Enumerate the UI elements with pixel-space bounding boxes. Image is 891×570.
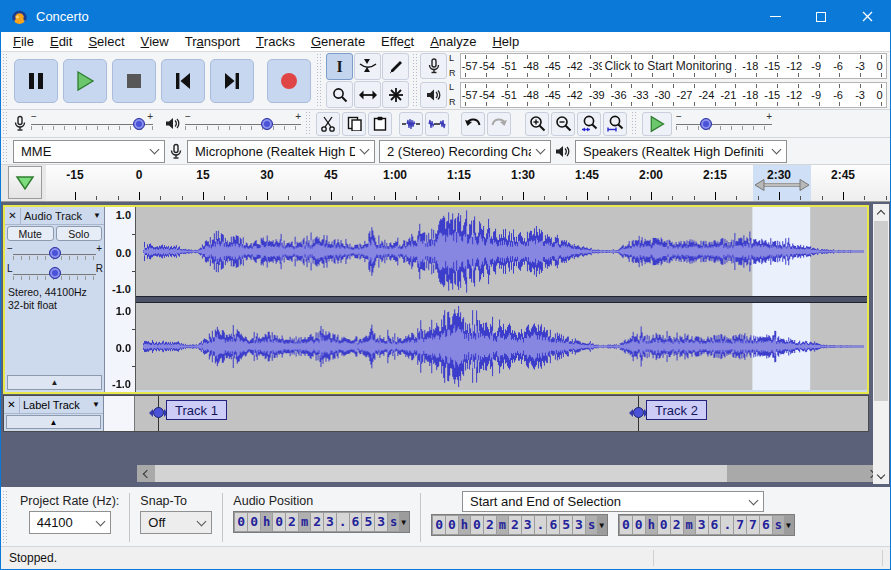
- monitoring-hint[interactable]: Click to Start Monitoring: [601, 59, 734, 73]
- playback-meter-speaker-icon[interactable]: [420, 82, 447, 108]
- scroll-down-arrow[interactable]: [873, 468, 889, 484]
- label-text[interactable]: Track 1: [166, 400, 227, 420]
- playback-volume-slider[interactable]: −+: [185, 115, 301, 133]
- pan-slider[interactable]: L R: [13, 265, 96, 282]
- selection-tool-button[interactable]: I: [326, 53, 353, 80]
- mute-button[interactable]: Mute: [7, 226, 54, 241]
- device-toolbar-grip[interactable]: [2, 140, 9, 162]
- play-at-speed-button[interactable]: [642, 112, 672, 136]
- gain-slider-thumb[interactable]: [49, 247, 61, 259]
- silence-audio-button[interactable]: [425, 112, 449, 136]
- record-meter-mic-icon[interactable]: [420, 53, 447, 79]
- mixer-toolbar-grip[interactable]: [2, 112, 9, 135]
- playback-device-select[interactable]: Speakers (Realtek High Definiti: [575, 140, 787, 163]
- horizontal-scrollbar[interactable]: [137, 465, 881, 482]
- menu-tracks[interactable]: Tracks: [248, 32, 303, 51]
- audio-position-field[interactable]: 00h02m23.653s▼: [233, 511, 410, 533]
- scroll-left-arrow[interactable]: [137, 465, 154, 482]
- recording-device-select[interactable]: Microphone (Realtek High Defini: [187, 140, 375, 163]
- tools-toolbar-grip[interactable]: [316, 54, 323, 107]
- playback-speed-slider[interactable]: −+: [676, 115, 772, 133]
- playback-meter[interactable]: LR -57-54-51-48-45-42-39-36-33-30-27-24-…: [420, 82, 887, 109]
- transport-toolbar-grip[interactable]: [2, 54, 9, 107]
- pause-button[interactable]: [14, 59, 58, 103]
- meter-toolbar-grip[interactable]: [412, 54, 419, 107]
- timeline-ruler[interactable]: -1501530451:001:151:301:452:002:152:302:…: [46, 165, 890, 201]
- draw-tool-button[interactable]: [382, 53, 409, 80]
- cut-button[interactable]: [316, 112, 340, 136]
- skip-to-start-button[interactable]: [161, 59, 205, 103]
- copy-button[interactable]: [342, 112, 366, 136]
- label-track-close-icon[interactable]: ✕: [4, 397, 20, 413]
- label-track-collapse-button[interactable]: ▲: [6, 415, 101, 429]
- audio-track-menu[interactable]: Audio Track▼: [21, 210, 104, 222]
- record-button[interactable]: [267, 59, 311, 103]
- selection-toolbar-grip[interactable]: [2, 491, 9, 544]
- recording-volume-slider[interactable]: −+: [31, 115, 153, 133]
- gain-slider[interactable]: − +: [13, 245, 96, 262]
- selection-end-field[interactable]: 00h02m36.776s▼: [618, 514, 795, 536]
- stop-button[interactable]: [112, 59, 156, 103]
- horizontal-scrollbar-thumb[interactable]: [155, 465, 727, 482]
- edit-toolbar-grip[interactable]: [305, 112, 312, 135]
- menu-generate[interactable]: Generate: [303, 32, 373, 51]
- label-text[interactable]: Track 2: [646, 400, 707, 420]
- multi-tool-button[interactable]: [382, 81, 409, 108]
- zoom-out-button[interactable]: [551, 112, 575, 136]
- menu-help[interactable]: Help: [484, 32, 527, 51]
- redo-button[interactable]: [487, 112, 511, 136]
- vertical-ruler[interactable]: 1.0 0.0 -1.0 1.0 0.0 -1.0: [105, 207, 136, 392]
- audio-track[interactable]: ✕ Audio Track▼ Mute Solo − +: [3, 205, 869, 394]
- label-track[interactable]: ✕ Label Track▼ ▲ Track 1 Track 2: [3, 395, 869, 432]
- maximize-button[interactable]: [798, 1, 844, 32]
- recording-channels-select[interactable]: 2 (Stereo) Recording Channels: [379, 140, 551, 163]
- menu-view[interactable]: View: [133, 32, 177, 51]
- close-button[interactable]: [844, 1, 890, 32]
- waveform-channel-left[interactable]: [136, 207, 867, 296]
- menu-analyze[interactable]: Analyze: [422, 32, 484, 51]
- play-button[interactable]: [63, 59, 107, 103]
- vertical-scrollbar-thumb[interactable]: [874, 221, 888, 401]
- menu-edit[interactable]: Edit: [42, 32, 80, 51]
- zoom-tool-button[interactable]: [326, 81, 353, 108]
- recording-volume-slider-thumb[interactable]: [133, 118, 145, 130]
- recording-meter[interactable]: LR -57-54-51-48-45-42-39-36-33-30-27-24-…: [420, 53, 887, 80]
- envelope-tool-button[interactable]: [354, 53, 381, 80]
- audio-track-collapse-button[interactable]: ▲: [7, 375, 102, 390]
- project-rate-select[interactable]: 44100: [29, 511, 111, 534]
- label-track-area[interactable]: Track 1 Track 2: [135, 396, 868, 431]
- scroll-up-arrow[interactable]: [873, 204, 889, 220]
- vertical-scrollbar[interactable]: [873, 204, 889, 484]
- audio-track-close-icon[interactable]: ✕: [5, 208, 21, 224]
- menu-effect[interactable]: Effect: [373, 32, 422, 51]
- pan-slider-thumb[interactable]: [49, 267, 61, 279]
- playback-meter-scale[interactable]: -57-54-51-48-45-42-39-36-33-30-27-24-21-…: [460, 82, 887, 108]
- timeshift-tool-button[interactable]: [354, 81, 381, 108]
- pinned-playhead-button[interactable]: [8, 166, 42, 199]
- playback-speed-slider-thumb[interactable]: [700, 118, 712, 130]
- menu-select[interactable]: Select: [80, 32, 132, 51]
- waveform-display[interactable]: [136, 207, 867, 392]
- undo-button[interactable]: [461, 112, 485, 136]
- playback-volume-slider-thumb[interactable]: [261, 118, 273, 130]
- minimize-button[interactable]: [752, 1, 798, 32]
- menu-transport[interactable]: Transport: [177, 32, 248, 51]
- channel-divider: [136, 296, 867, 303]
- waveform-channel-right[interactable]: [136, 303, 867, 390]
- audio-host-select[interactable]: MME: [13, 140, 165, 163]
- label-track-menu[interactable]: Label Track▼: [20, 399, 103, 411]
- zoom-in-button[interactable]: [525, 112, 549, 136]
- selection-start-field[interactable]: 00h02m23.653s▼: [431, 514, 608, 536]
- record-meter-scale[interactable]: -57-54-51-48-45-42-39-36-33-30-27-24-21-…: [460, 53, 887, 79]
- snap-to-select[interactable]: Off: [140, 511, 212, 534]
- play-at-speed-grip[interactable]: [631, 112, 638, 135]
- audacity-logo-icon: [11, 8, 28, 25]
- menu-file[interactable]: File: [5, 32, 42, 51]
- zoom-fit-button[interactable]: [603, 112, 627, 136]
- solo-button[interactable]: Solo: [56, 226, 103, 241]
- trim-audio-button[interactable]: [399, 112, 423, 136]
- skip-to-end-button[interactable]: [210, 59, 254, 103]
- paste-button[interactable]: [368, 112, 392, 136]
- zoom-selection-button[interactable]: [577, 112, 601, 136]
- selection-mode-select[interactable]: Start and End of Selection: [462, 491, 764, 512]
